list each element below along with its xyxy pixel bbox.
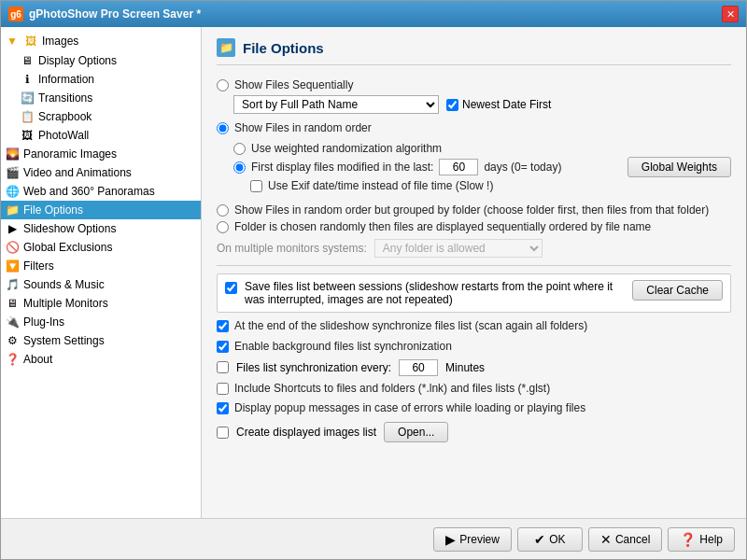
open-button[interactable]: Open... <box>384 422 448 442</box>
information-icon: ℹ <box>20 72 35 87</box>
grouped-label: Show Files in random order but grouped b… <box>234 203 709 217</box>
save-files-row: Save files list between sessions (slides… <box>217 273 731 313</box>
monitors-label-text: On multiple monitors systems: <box>217 242 367 255</box>
first-display-row: First display files modified in the last… <box>233 159 620 175</box>
sidebar-item-transitions[interactable]: 🔄 Transitions <box>1 89 201 107</box>
shortcuts-label: Include Shortcuts to files and folders (… <box>234 381 550 397</box>
sidebar-item-monitors[interactable]: 🖥 Multiple Monitors <box>1 294 201 313</box>
filters-icon: 🔽 <box>5 259 20 273</box>
information-label: Information <box>38 73 94 86</box>
sidebar-item-exclusions[interactable]: 🚫 Global Exclusions <box>1 238 201 257</box>
file-options-icon: 📁 <box>5 203 20 217</box>
slideshow-icon: ▶ <box>5 221 20 236</box>
cancel-button[interactable]: ✕ Cancel <box>588 527 662 552</box>
folder-random-row: Folder is chosen randomly then files are… <box>217 220 731 233</box>
sidebar-item-photowall[interactable]: 🖼 PhotoWall <box>1 126 201 145</box>
folder-random-radio[interactable] <box>217 221 229 233</box>
display-options-label: Display Options <box>38 54 117 67</box>
first-display-radio[interactable] <box>233 161 246 174</box>
random-radio[interactable] <box>217 122 229 134</box>
scrapbook-icon: 📋 <box>20 109 35 124</box>
sidebar-item-images[interactable]: ▼ 🖼 Images <box>1 31 201 51</box>
preview-button[interactable]: ▶ Preview <box>433 527 512 552</box>
video-label: Video and Animations <box>23 166 132 179</box>
sidebar-item-slideshow[interactable]: ▶ Slideshow Options <box>1 219 201 238</box>
create-list-row: Create displayed images list Open... <box>217 422 731 442</box>
shortcuts-checkbox[interactable] <box>217 383 229 395</box>
create-list-checkbox[interactable] <box>217 427 229 439</box>
shortcuts-row: Include Shortcuts to files and folders (… <box>217 381 731 397</box>
random-radio-row: Show Files in random order <box>217 121 731 134</box>
display-options-icon: 🖥 <box>20 53 35 68</box>
global-weights-button[interactable]: Global Weights <box>627 157 731 177</box>
exclusions-icon: 🚫 <box>5 240 20 255</box>
sequential-radio-row: Show Files Sequentially <box>217 78 731 91</box>
sidebar-item-about[interactable]: ❓ About <box>1 350 201 369</box>
sidebar-item-file-options[interactable]: 📁 File Options <box>1 201 201 219</box>
sidebar-item-plugins[interactable]: 🔌 Plug-Ins <box>1 313 201 331</box>
sidebar-item-panoramic[interactable]: 🌄 Panoramic Images <box>1 145 201 163</box>
monitors-dropdown[interactable]: Any folder is allowed Same folder on all… <box>374 239 543 258</box>
clear-cache-button[interactable]: Clear Cache <box>632 280 723 301</box>
sync-bg-checkbox[interactable] <box>217 341 229 353</box>
exif-row: Use Exif date/time instead of file time … <box>250 179 620 192</box>
content-area: ▼ 🖼 Images 🖥 Display Options ℹ Informati… <box>1 27 746 518</box>
exclusions-label: Global Exclusions <box>23 241 112 254</box>
popup-checkbox[interactable] <box>217 402 229 414</box>
sync-every-checkbox[interactable] <box>217 361 229 373</box>
sort-row: Sort by Full Path Name Sort by Date Sort… <box>233 95 731 114</box>
weighted-radio[interactable] <box>233 143 246 155</box>
sidebar-item-system-settings[interactable]: ⚙ System Settings <box>1 331 201 350</box>
sidebar-item-sounds[interactable]: 🎵 Sounds & Music <box>1 275 201 294</box>
sort-dropdown[interactable]: Sort by Full Path Name Sort by Date Sort… <box>233 95 439 114</box>
newest-date-label: Newest Date First <box>446 98 551 111</box>
titlebar-left: g6 gPhotoShow Pro Screen Saver * <box>8 7 201 21</box>
sidebar-item-display-options[interactable]: 🖥 Display Options <box>1 51 201 70</box>
sidebar-item-filters[interactable]: 🔽 Filters <box>1 257 201 275</box>
expand-icon: ▼ <box>5 34 20 49</box>
video-icon: 🎬 <box>5 165 20 180</box>
system-settings-label: System Settings <box>23 334 105 347</box>
sounds-label: Sounds & Music <box>23 278 105 291</box>
newest-date-checkbox[interactable] <box>446 99 458 111</box>
sync-end-label: At the end of the slideshow synchronize … <box>234 318 587 334</box>
save-files-checkbox[interactable] <box>225 282 237 294</box>
panel-title: 📁 File Options <box>217 38 731 65</box>
grouped-radio[interactable] <box>217 204 229 217</box>
first-display-label: First display files modified in the last… <box>251 161 433 174</box>
sequential-section: Show Files Sequentially Sort by Full Pat… <box>217 78 731 114</box>
close-button[interactable]: ✕ <box>722 6 739 22</box>
help-icon: ❓ <box>680 532 696 547</box>
save-files-label: Save files list between sessions (slides… <box>245 280 625 306</box>
sequential-radio[interactable] <box>217 79 229 91</box>
panel-title-text: File Options <box>243 40 324 56</box>
images-label: Images <box>42 35 78 48</box>
sidebar-tree: ▼ 🖼 Images 🖥 Display Options ℹ Informati… <box>1 31 201 369</box>
sidebar-item-scrapbook[interactable]: 📋 Scrapbook <box>1 107 201 126</box>
sidebar-item-video[interactable]: 🎬 Video and Animations <box>1 163 201 182</box>
exif-checkbox[interactable] <box>250 180 262 192</box>
filters-label: Filters <box>23 259 54 273</box>
days-input[interactable] <box>439 159 478 175</box>
popup-label: Display popup messages in case of errors… <box>234 400 585 416</box>
sync-end-row: At the end of the slideshow synchronize … <box>217 318 731 334</box>
sync-minutes-input[interactable] <box>399 359 438 376</box>
help-button[interactable]: ❓ Help <box>668 527 735 552</box>
plugins-icon: 🔌 <box>5 315 20 329</box>
sidebar-item-web-panoramas[interactable]: 🌐 Web and 360° Panoramas <box>1 182 201 201</box>
ok-button[interactable]: ✔ OK <box>517 527 583 552</box>
sync-bg-row: Enable background files list synchroniza… <box>217 339 731 355</box>
create-list-label: Create displayed images list <box>236 426 376 439</box>
photowall-icon: 🖼 <box>20 128 35 143</box>
images-icon: 🖼 <box>23 34 38 49</box>
system-settings-icon: ⚙ <box>5 333 20 348</box>
random-label: Show Files in random order <box>234 121 372 134</box>
ok-label: OK <box>549 533 565 546</box>
panoramic-icon: 🌄 <box>5 147 20 161</box>
sync-end-checkbox[interactable] <box>217 320 229 332</box>
slideshow-label: Slideshow Options <box>23 222 116 235</box>
random-section: Show Files in random order Use weighted … <box>217 121 731 196</box>
sidebar-item-information[interactable]: ℹ Information <box>1 70 201 89</box>
web-panoramas-label: Web and 360° Panoramas <box>23 185 155 198</box>
cancel-icon: ✕ <box>600 532 612 547</box>
